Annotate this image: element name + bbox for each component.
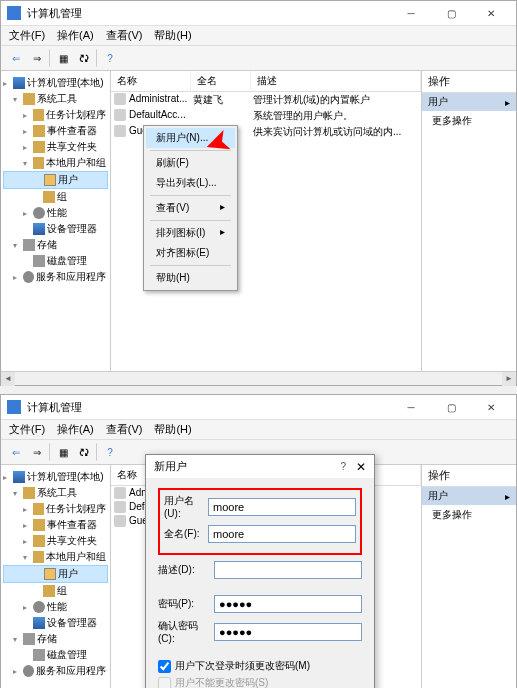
scrollbar-horizontal[interactable]: ◄ ► xyxy=(1,371,516,385)
ctx-help[interactable]: 帮助(H) xyxy=(146,268,235,288)
close-button[interactable]: ✕ xyxy=(476,399,506,415)
help-icon[interactable]: ? xyxy=(340,461,346,472)
more-actions[interactable]: 更多操作 xyxy=(422,505,516,525)
menu-file[interactable]: 文件(F) xyxy=(9,422,45,437)
actions-highlight[interactable]: 用户▸ xyxy=(422,93,516,111)
detail-icon[interactable]: ▦ xyxy=(54,49,72,67)
user-icon xyxy=(114,501,126,513)
ctx-new-user[interactable]: 新用户(N)... xyxy=(146,128,235,148)
minimize-button[interactable]: ─ xyxy=(396,399,426,415)
tree-item[interactable]: 磁盘管理 xyxy=(3,253,108,269)
more-actions[interactable]: 更多操作 xyxy=(422,111,516,131)
ctx-refresh[interactable]: 刷新(F) xyxy=(146,153,235,173)
ctx-export[interactable]: 导出列表(L)... xyxy=(146,173,235,193)
help-icon[interactable]: ? xyxy=(101,49,119,67)
tree-item[interactable]: ▸性能 xyxy=(3,599,108,615)
tree-item[interactable]: 用户 xyxy=(3,171,108,189)
nav-tree: ▸计算机管理(本地)▾系统工具▸任务计划程序▸事件查看器▸共享文件夹▾本地用户和… xyxy=(1,465,111,688)
password-input[interactable] xyxy=(214,595,362,613)
refresh-icon[interactable]: 🗘 xyxy=(75,49,93,67)
tree-item[interactable]: ▸任务计划程序 xyxy=(3,107,108,123)
username-input[interactable] xyxy=(208,498,356,516)
dialog-title: 新用户 xyxy=(154,459,340,474)
tree-item[interactable]: ▾系统工具 xyxy=(3,91,108,107)
tree-item[interactable]: ▸事件查看器 xyxy=(3,123,108,139)
must-change-password-checkbox[interactable] xyxy=(158,660,171,673)
tree-item[interactable]: ▾存储 xyxy=(3,631,108,647)
window-title: 计算机管理 xyxy=(27,6,396,21)
ctx-view[interactable]: 查看(V)▸ xyxy=(146,198,235,218)
refresh-icon[interactable]: 🗘 xyxy=(75,443,93,461)
maximize-button[interactable]: ▢ xyxy=(436,5,466,21)
menu-view[interactable]: 查看(V) xyxy=(106,422,143,437)
col-desc-header[interactable]: 描述 xyxy=(251,71,421,91)
fullname-input[interactable] xyxy=(208,525,356,543)
maximize-button[interactable]: ▢ xyxy=(436,399,466,415)
tree-item[interactable]: ▸共享文件夹 xyxy=(3,139,108,155)
ctx-arrange[interactable]: 排列图标(I)▸ xyxy=(146,223,235,243)
actions-pane: 操作 用户▸ 更多操作 xyxy=(421,465,516,688)
scroll-right-button[interactable]: ► xyxy=(502,372,516,386)
tree-item[interactable]: ▸共享文件夹 xyxy=(3,533,108,549)
menu-file[interactable]: 文件(F) xyxy=(9,28,45,43)
desc-input[interactable] xyxy=(214,561,362,579)
nav-tree: ▸计算机管理(本地)▾系统工具▸任务计划程序▸事件查看器▸共享文件夹▾本地用户和… xyxy=(1,71,111,371)
menu-help[interactable]: 帮助(H) xyxy=(154,422,191,437)
user-row[interactable]: Administrat...黄建飞管理计算机(域)的内置帐户 xyxy=(111,92,421,108)
tree-item[interactable]: ▾本地用户和组 xyxy=(3,549,108,565)
menu-view[interactable]: 查看(V) xyxy=(106,28,143,43)
tree-item[interactable]: ▸计算机管理(本地) xyxy=(3,75,108,91)
tree-item[interactable]: ▸计算机管理(本地) xyxy=(3,469,108,485)
menu-action[interactable]: 操作(A) xyxy=(57,422,94,437)
titlebar: 计算机管理 ─ ▢ ✕ xyxy=(1,1,516,26)
chk2-label: 用户不能更改密码(S) xyxy=(175,676,268,688)
minimize-button[interactable]: ─ xyxy=(396,5,426,21)
actions-highlight[interactable]: 用户▸ xyxy=(422,487,516,505)
menu-action[interactable]: 操作(A) xyxy=(57,28,94,43)
actions-pane: 操作 用户▸ 更多操作 xyxy=(421,71,516,371)
confirm-password-input[interactable] xyxy=(214,623,362,641)
user-icon xyxy=(114,487,126,499)
dialog-titlebar: 新用户 ? ✕ xyxy=(146,455,374,478)
desc-label: 描述(D): xyxy=(158,563,214,577)
detail-icon[interactable]: ▦ xyxy=(54,443,72,461)
user-icon xyxy=(114,93,126,105)
back-button[interactable]: ⇐ xyxy=(7,49,25,67)
confirm-password-label: 确认密码(C): xyxy=(158,619,214,644)
tree-item[interactable]: ▸任务计划程序 xyxy=(3,501,108,517)
app-icon xyxy=(7,400,21,414)
tree-item[interactable]: ▸服务和应用程序 xyxy=(3,269,108,285)
user-row[interactable]: DefaultAcc...系统管理的用户帐户。 xyxy=(111,108,421,124)
computer-management-window-1: 计算机管理 ─ ▢ ✕ 文件(F) 操作(A) 查看(V) 帮助(H) ⇐ ⇒ … xyxy=(0,0,517,386)
caret-icon: ▸ xyxy=(505,97,510,108)
back-button[interactable]: ⇐ xyxy=(7,443,25,461)
menubar: 文件(F) 操作(A) 查看(V) 帮助(H) xyxy=(1,26,516,45)
tree-item[interactable]: ▸事件查看器 xyxy=(3,517,108,533)
tree-item[interactable]: 组 xyxy=(3,189,108,205)
separator xyxy=(49,443,51,461)
tree-item[interactable]: 设备管理器 xyxy=(3,615,108,631)
scroll-left-button[interactable]: ◄ xyxy=(1,372,15,386)
tree-item[interactable]: ▾系统工具 xyxy=(3,485,108,501)
tree-item[interactable]: 组 xyxy=(3,583,108,599)
caret-icon: ▸ xyxy=(505,491,510,502)
tree-item[interactable]: 磁盘管理 xyxy=(3,647,108,663)
forward-button: ⇒ xyxy=(28,443,46,461)
close-icon[interactable]: ✕ xyxy=(356,460,366,474)
tree-item[interactable]: ▾存储 xyxy=(3,237,108,253)
tree-item[interactable]: ▸服务和应用程序 xyxy=(3,663,108,679)
tree-item[interactable]: ▾本地用户和组 xyxy=(3,155,108,171)
highlight-box: 用户名(U): 全名(F): xyxy=(158,488,362,555)
tree-item[interactable]: ▸性能 xyxy=(3,205,108,221)
close-button[interactable]: ✕ xyxy=(476,5,506,21)
help-icon[interactable]: ? xyxy=(101,443,119,461)
menu-help[interactable]: 帮助(H) xyxy=(154,28,191,43)
col-fullname-header[interactable]: 全名 xyxy=(191,71,251,91)
tree-item[interactable]: 设备管理器 xyxy=(3,221,108,237)
col-name-header[interactable]: 名称 xyxy=(111,71,191,91)
separator xyxy=(96,443,98,461)
titlebar: 计算机管理 ─ ▢ ✕ xyxy=(1,395,516,420)
tree-item[interactable]: 用户 xyxy=(3,565,108,583)
ctx-align[interactable]: 对齐图标(E) xyxy=(146,243,235,263)
new-user-dialog: 新用户 ? ✕ 用户名(U): 全名(F): 描述(D): 密码(P): 确认密… xyxy=(145,454,375,688)
